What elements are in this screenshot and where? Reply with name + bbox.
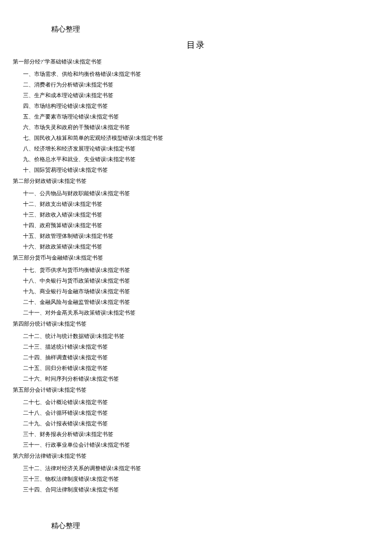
toc-item: 二十四、抽样调查错误!未指定书签: [13, 355, 379, 360]
toc-item: 五、生产要素市场理论错误!未指定书签: [13, 114, 379, 119]
toc-item: 二十、金融风险与金融监管错误!未指定书签: [13, 299, 379, 305]
toc-item: 二十三、描述统计错误!未指定书签: [13, 344, 379, 350]
toc-item: 二十五、回归分析错误!未指定书签: [13, 365, 379, 371]
toc-item: 二十六、时间序列分析错误!未指定书签: [13, 376, 379, 381]
toc-item: 一、市场需求、供给和均衡价格错误!未指定书签: [13, 71, 379, 77]
document-title: 目录: [0, 39, 392, 51]
toc-section-header: 第六部分法律错误!未指定书签: [13, 453, 379, 459]
toc-item: 十八、中央银行与货币政策错误!未指定书签: [13, 278, 379, 283]
toc-section-header: 第四部分统计错误!未指定书签: [13, 321, 379, 326]
toc-item: 四、市场结构理论错误!未指定书签: [13, 103, 379, 109]
toc-item: 三、生产和成本理论错误!未指定书签: [13, 92, 379, 98]
page-footer: 精心整理: [51, 521, 80, 531]
toc-item: 二十八、会计循环错误!未指定书签: [13, 410, 379, 416]
toc-item: 十二、财政支出错误!未指定书签: [13, 201, 379, 207]
toc-item: 十、国际贸易理论错误!未指定书签: [13, 167, 379, 173]
page-header: 精心整理: [51, 24, 80, 34]
toc-item: 八、经济增长和经济发展理论错误!未指定书签: [13, 146, 379, 151]
toc-item: 十一、公共物品与财政职能错误!未指定书签: [13, 191, 379, 196]
toc-item: 三十、财务报表分析错误!未指定书签: [13, 431, 379, 437]
toc-item: 二十七、会计概论错误!未指定书签: [13, 399, 379, 405]
toc-item: 十六、财政政策错误!未指定书签: [13, 244, 379, 249]
toc-item: 十九、商业银行与金融市场错误!未指定书签: [13, 289, 379, 294]
toc-content: 第一部分经?˜学基础错误!未指定书签一、市场需求、供给和均衡价格错误!未指定书签…: [13, 59, 379, 497]
toc-item: 三十二、法律对经济关系的调整错误!未指定书签: [13, 465, 379, 471]
toc-item: 十四、政府预算错误!未指定书签: [13, 222, 379, 228]
toc-item: 九、价格总水平和就业、失业错误!未指定书签: [13, 156, 379, 162]
toc-item: 三十一、行政事业单位会计错误!未指定书签: [13, 442, 379, 448]
toc-item: 三十三、物权法律制度错误!未指定书签: [13, 476, 379, 482]
toc-item: 十五、财政管理体制错误!未指定书签: [13, 233, 379, 239]
toc-item: 二十二、统计与统计数据错误!未指定书签: [13, 333, 379, 339]
toc-section-header: 第五部分会计错误!未指定书签: [13, 387, 379, 393]
toc-item: 七、国民收入核算和简单的宏观经济模型错误!未指定书签: [13, 135, 379, 141]
toc-section-header: 第一部分经?˜学基础错误!未指定书签: [13, 59, 379, 64]
toc-item: 二十一、对外金鬲关系与政策错误!未指定书签: [13, 310, 379, 315]
toc-item: 十七、货币供求与货币均衡错误!未指定书签: [13, 267, 379, 273]
toc-item: 二十九、会计报表错误!未指定书签: [13, 421, 379, 426]
toc-item: 六、市场失灵和政府的干预错误!未指定书签: [13, 124, 379, 130]
toc-item: 二、消费者行为分析错误!未指定书签: [13, 82, 379, 87]
toc-section-header: 第二部分财政错误!未指定书签: [13, 178, 379, 184]
toc-section-header: 第三部分货币与金融错误!未指定书签: [13, 255, 379, 260]
toc-item: 三十四、合同法律制度错误!未指定书签: [13, 487, 379, 492]
toc-item: 十三、财政收入错误!未指定书签: [13, 212, 379, 217]
